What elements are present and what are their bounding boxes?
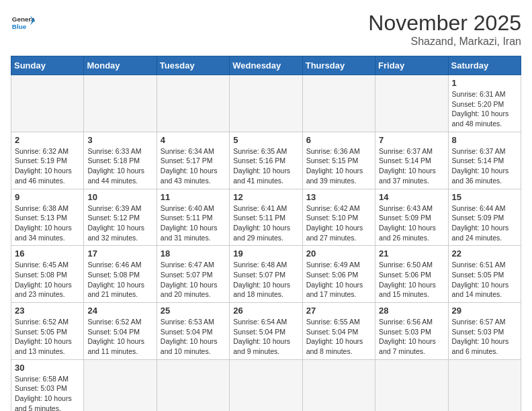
day-info: Sunrise: 6:52 AM Sunset: 5:04 PM Dayligh…	[87, 317, 152, 357]
day-info: Sunrise: 6:34 AM Sunset: 5:17 PM Dayligh…	[161, 146, 226, 186]
day-number: 28	[379, 306, 444, 316]
weekday-header-row: SundayMondayTuesdayWednesdayThursdayFrid…	[11, 56, 521, 75]
calendar-day-cell	[302, 75, 375, 132]
day-info: Sunrise: 6:47 AM Sunset: 5:07 PM Dayligh…	[161, 260, 226, 300]
day-info: Sunrise: 6:57 AM Sunset: 5:03 PM Dayligh…	[452, 317, 517, 357]
day-number: 13	[306, 192, 371, 202]
logo-icon: General Blue	[11, 11, 35, 35]
weekday-header-tuesday: Tuesday	[157, 56, 229, 75]
day-info: Sunrise: 6:31 AM Sunset: 5:20 PM Dayligh…	[452, 89, 517, 129]
day-number: 24	[87, 306, 152, 316]
day-info: Sunrise: 6:46 AM Sunset: 5:08 PM Dayligh…	[87, 260, 152, 300]
calendar-day-cell: 1Sunrise: 6:31 AM Sunset: 5:20 PM Daylig…	[448, 75, 521, 132]
day-number: 20	[306, 248, 371, 259]
calendar-day-cell	[230, 359, 302, 411]
day-number: 14	[379, 192, 444, 202]
day-number: 19	[233, 248, 298, 259]
weekday-header-monday: Monday	[84, 56, 157, 75]
calendar-day-cell	[448, 359, 521, 411]
day-number: 18	[161, 248, 226, 259]
day-number: 4	[161, 135, 226, 145]
calendar-day-cell: 29Sunrise: 6:57 AM Sunset: 5:03 PM Dayli…	[448, 303, 521, 360]
day-number: 17	[87, 248, 152, 259]
page-header: General Blue November 2025 Shazand, Mark…	[11, 11, 521, 48]
calendar-day-cell: 30Sunrise: 6:58 AM Sunset: 5:03 PM Dayli…	[11, 359, 84, 411]
day-info: Sunrise: 6:44 AM Sunset: 5:09 PM Dayligh…	[452, 203, 517, 243]
day-number: 9	[15, 192, 80, 202]
calendar-day-cell: 28Sunrise: 6:56 AM Sunset: 5:03 PM Dayli…	[375, 303, 448, 360]
calendar-day-cell: 13Sunrise: 6:42 AM Sunset: 5:10 PM Dayli…	[302, 189, 375, 246]
day-info: Sunrise: 6:43 AM Sunset: 5:09 PM Dayligh…	[379, 203, 444, 243]
day-number: 16	[15, 248, 80, 259]
day-number: 11	[161, 192, 226, 202]
day-info: Sunrise: 6:49 AM Sunset: 5:06 PM Dayligh…	[306, 260, 371, 300]
calendar-day-cell	[375, 75, 448, 132]
day-info: Sunrise: 6:45 AM Sunset: 5:08 PM Dayligh…	[15, 260, 80, 300]
weekday-header-wednesday: Wednesday	[230, 56, 302, 75]
calendar-day-cell	[375, 359, 448, 411]
calendar-day-cell: 8Sunrise: 6:37 AM Sunset: 5:14 PM Daylig…	[448, 132, 521, 189]
day-info: Sunrise: 6:42 AM Sunset: 5:10 PM Dayligh…	[306, 203, 371, 243]
day-info: Sunrise: 6:56 AM Sunset: 5:03 PM Dayligh…	[379, 317, 444, 357]
calendar-day-cell: 14Sunrise: 6:43 AM Sunset: 5:09 PM Dayli…	[375, 189, 448, 246]
weekday-header-saturday: Saturday	[448, 56, 521, 75]
calendar-day-cell	[302, 359, 375, 411]
day-info: Sunrise: 6:50 AM Sunset: 5:06 PM Dayligh…	[379, 260, 444, 300]
calendar-day-cell: 3Sunrise: 6:33 AM Sunset: 5:18 PM Daylig…	[84, 132, 157, 189]
day-number: 21	[379, 248, 444, 259]
calendar-day-cell: 9Sunrise: 6:38 AM Sunset: 5:13 PM Daylig…	[11, 189, 84, 246]
calendar-day-cell: 22Sunrise: 6:51 AM Sunset: 5:05 PM Dayli…	[448, 246, 521, 303]
calendar-week-row: 9Sunrise: 6:38 AM Sunset: 5:13 PM Daylig…	[11, 189, 521, 246]
day-info: Sunrise: 6:48 AM Sunset: 5:07 PM Dayligh…	[233, 260, 298, 300]
day-number: 12	[233, 192, 298, 202]
day-info: Sunrise: 6:37 AM Sunset: 5:14 PM Dayligh…	[452, 146, 517, 186]
day-number: 2	[15, 135, 80, 145]
calendar-table: SundayMondayTuesdayWednesdayThursdayFrid…	[11, 56, 521, 411]
calendar-day-cell: 25Sunrise: 6:53 AM Sunset: 5:04 PM Dayli…	[157, 303, 229, 360]
day-info: Sunrise: 6:53 AM Sunset: 5:04 PM Dayligh…	[161, 317, 226, 357]
day-info: Sunrise: 6:54 AM Sunset: 5:04 PM Dayligh…	[233, 317, 298, 357]
title-block: November 2025 Shazand, Markazi, Iran	[368, 11, 521, 48]
day-number: 15	[452, 192, 517, 202]
day-number: 5	[233, 135, 298, 145]
calendar-day-cell: 15Sunrise: 6:44 AM Sunset: 5:09 PM Dayli…	[448, 189, 521, 246]
day-number: 8	[452, 135, 517, 145]
calendar-day-cell: 26Sunrise: 6:54 AM Sunset: 5:04 PM Dayli…	[230, 303, 302, 360]
calendar-day-cell: 12Sunrise: 6:41 AM Sunset: 5:11 PM Dayli…	[230, 189, 302, 246]
month-title: November 2025	[368, 11, 521, 36]
calendar-day-cell: 5Sunrise: 6:35 AM Sunset: 5:16 PM Daylig…	[230, 132, 302, 189]
calendar-day-cell	[11, 75, 84, 132]
calendar-day-cell: 27Sunrise: 6:55 AM Sunset: 5:04 PM Dayli…	[302, 303, 375, 360]
calendar-day-cell: 21Sunrise: 6:50 AM Sunset: 5:06 PM Dayli…	[375, 246, 448, 303]
day-info: Sunrise: 6:33 AM Sunset: 5:18 PM Dayligh…	[87, 146, 152, 186]
weekday-header-thursday: Thursday	[302, 56, 375, 75]
calendar-week-row: 16Sunrise: 6:45 AM Sunset: 5:08 PM Dayli…	[11, 246, 521, 303]
day-info: Sunrise: 6:40 AM Sunset: 5:11 PM Dayligh…	[161, 203, 226, 243]
day-number: 26	[233, 306, 298, 316]
day-number: 3	[87, 135, 152, 145]
calendar-day-cell: 4Sunrise: 6:34 AM Sunset: 5:17 PM Daylig…	[157, 132, 229, 189]
calendar-week-row: 23Sunrise: 6:52 AM Sunset: 5:05 PM Dayli…	[11, 303, 521, 360]
calendar-week-row: 1Sunrise: 6:31 AM Sunset: 5:20 PM Daylig…	[11, 75, 521, 132]
calendar-day-cell: 20Sunrise: 6:49 AM Sunset: 5:06 PM Dayli…	[302, 246, 375, 303]
day-number: 29	[452, 306, 517, 316]
day-info: Sunrise: 6:51 AM Sunset: 5:05 PM Dayligh…	[452, 260, 517, 300]
calendar-day-cell: 24Sunrise: 6:52 AM Sunset: 5:04 PM Dayli…	[84, 303, 157, 360]
location-title: Shazand, Markazi, Iran	[368, 36, 521, 48]
day-number: 30	[15, 363, 80, 373]
day-info: Sunrise: 6:52 AM Sunset: 5:05 PM Dayligh…	[15, 317, 80, 357]
calendar-day-cell: 2Sunrise: 6:32 AM Sunset: 5:19 PM Daylig…	[11, 132, 84, 189]
weekday-header-sunday: Sunday	[11, 56, 84, 75]
day-number: 7	[379, 135, 444, 145]
day-number: 22	[452, 248, 517, 259]
day-info: Sunrise: 6:39 AM Sunset: 5:12 PM Dayligh…	[87, 203, 152, 243]
calendar-day-cell: 11Sunrise: 6:40 AM Sunset: 5:11 PM Dayli…	[157, 189, 229, 246]
calendar-day-cell: 10Sunrise: 6:39 AM Sunset: 5:12 PM Dayli…	[84, 189, 157, 246]
calendar-day-cell: 7Sunrise: 6:37 AM Sunset: 5:14 PM Daylig…	[375, 132, 448, 189]
day-number: 1	[452, 78, 517, 88]
day-info: Sunrise: 6:41 AM Sunset: 5:11 PM Dayligh…	[233, 203, 298, 243]
calendar-day-cell: 17Sunrise: 6:46 AM Sunset: 5:08 PM Dayli…	[84, 246, 157, 303]
calendar-day-cell	[84, 359, 157, 411]
svg-text:General: General	[12, 15, 35, 23]
svg-text:Blue: Blue	[12, 23, 27, 30]
